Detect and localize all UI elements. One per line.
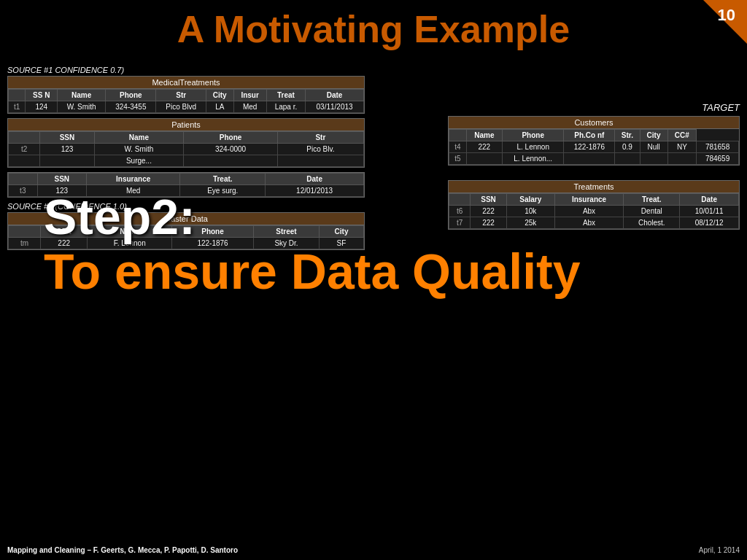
col-header: Name	[94, 132, 184, 144]
right-panel: TARGET Customers NamePhonePh.Co nfStr.Ci…	[448, 102, 740, 538]
table-cell: 03/11/2013	[306, 101, 364, 113]
customers-table: Customers NamePhonePh.Co nfStr.CityCC# t…	[448, 116, 740, 166]
col-header: Str.	[615, 130, 640, 141]
table-cell: 784659	[697, 153, 739, 165]
col-header: Treat.	[180, 174, 266, 185]
table-cell: 324-0000	[184, 144, 277, 155]
main-title: A Motivating Example	[0, 7, 747, 51]
table-row: t5L. Lennon...784659	[449, 153, 739, 165]
col-header: Phone	[184, 132, 277, 144]
col-header: Str	[277, 132, 363, 144]
bottom-bar: Mapping and Cleaning – F. Geerts, G. Mec…	[0, 540, 747, 560]
medical-treatments-table: MedicalTreatments SS NNamePhoneStrCityIn…	[7, 76, 365, 114]
table-cell: 08/12/12	[680, 217, 739, 229]
table-cell: L. Lennon...	[503, 153, 564, 165]
col-header: Insurance	[87, 174, 180, 185]
left-panel: SOURCE #1 CONFIDENCE 0.7) MedicalTreatme…	[7, 66, 365, 538]
step2-line2: To ensure Data Quality	[44, 244, 581, 299]
col-header: Date	[306, 90, 364, 101]
table-row: t1124W. Smith324-3455Pico BlvdLAMedLapa …	[9, 101, 364, 113]
table-cell	[640, 153, 667, 165]
table-cell: L. Lennon	[503, 141, 564, 153]
table-cell: Surge...	[94, 155, 184, 167]
bottom-left-text: Mapping and Cleaning – F. Geerts, G. Mec…	[7, 546, 238, 554]
col-header: Date	[266, 174, 364, 185]
table-row: Surge...	[9, 155, 364, 167]
col-header: CC#	[667, 130, 697, 141]
table-cell	[40, 155, 94, 167]
table-cell: 122-1876	[564, 141, 615, 153]
col-header: City	[206, 90, 233, 101]
col-header: City	[640, 130, 667, 141]
col-header: SS N	[26, 90, 58, 101]
patients-table: Patients SSNNamePhoneStr t2123W. Smith32…	[7, 118, 365, 168]
table-cell: 10/01/11	[680, 206, 739, 217]
medical-treatments-header: MedicalTreatments	[8, 77, 364, 89]
table-cell: Med	[233, 101, 266, 113]
col-header: Name	[58, 90, 106, 101]
col-header: SSN	[40, 132, 94, 144]
table-cell: Cholest.	[624, 217, 680, 229]
table-cell: 222	[466, 141, 502, 153]
col-header: Treat.	[624, 194, 680, 206]
step2-line1: Step2:	[44, 190, 581, 244]
table-cell: Lapa r.	[266, 101, 305, 113]
col-header: Phone	[503, 130, 564, 141]
table-row: t4222L. Lennon122-18760.9NullNY781658	[449, 141, 739, 153]
col-header: Phone	[106, 90, 156, 101]
table-cell: 124	[26, 101, 58, 113]
customers-header: Customers	[449, 117, 739, 129]
table-cell: W. Smith	[94, 144, 184, 155]
table-cell: Dental	[624, 206, 680, 217]
col-header: Insur	[233, 90, 266, 101]
col-header: Str	[156, 90, 206, 101]
table-cell: Null	[640, 141, 667, 153]
col-header: Treat	[266, 90, 305, 101]
table-cell: Pico Blv.	[277, 144, 363, 155]
table-cell: 781658	[697, 141, 739, 153]
bottom-right-text: April, 1 2014	[699, 546, 740, 554]
table-row: t2123W. Smith324-0000Pico Blv.	[9, 144, 364, 155]
source1-label: SOURCE #1 CONFIDENCE 0.7)	[7, 66, 365, 74]
step2-overlay: Step2: To ensure Data Quality	[44, 190, 581, 299]
table-cell	[184, 155, 277, 167]
table-cell: 0.9	[615, 141, 640, 153]
table-cell	[466, 153, 502, 165]
table-cell: LA	[206, 101, 233, 113]
bottom-author-bold: D. Santoro	[201, 546, 238, 554]
page-number: 10	[718, 6, 735, 25]
target-label: TARGET	[448, 102, 740, 113]
col-header: SSN	[37, 174, 86, 185]
col-header: Name	[466, 130, 502, 141]
patients-header: Patients	[8, 119, 364, 131]
col-header: Date	[680, 194, 739, 206]
table-cell	[615, 153, 640, 165]
table-cell: Pico Blvd	[156, 101, 206, 113]
table-cell: 324-3455	[106, 101, 156, 113]
table-cell: 123	[40, 144, 94, 155]
table-cell	[564, 153, 615, 165]
table-cell: W. Smith	[58, 101, 106, 113]
table-cell	[667, 153, 697, 165]
table-cell: NY	[667, 141, 697, 153]
col-header: Ph.Co nf	[564, 130, 615, 141]
table-cell	[277, 155, 363, 167]
